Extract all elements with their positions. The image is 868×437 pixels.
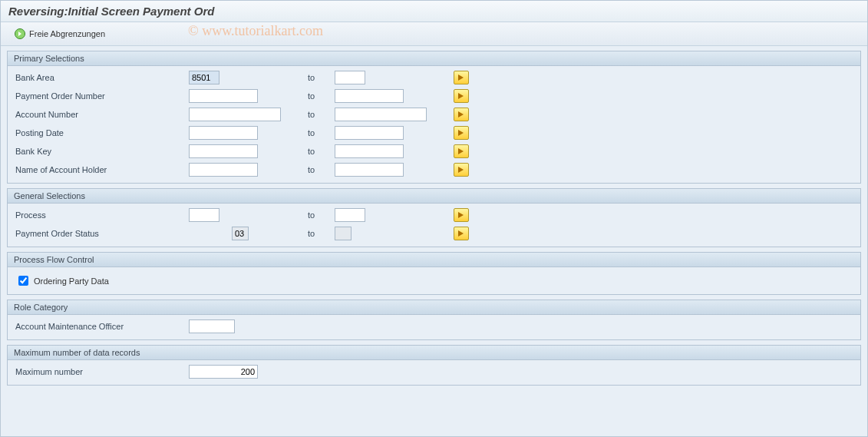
po-status-to-input [335, 227, 351, 240]
posting-date-to-input[interactable] [335, 126, 404, 140]
po-number-from-input[interactable] [189, 89, 258, 103]
po-status-from-input [232, 227, 249, 240]
toolbar: Freie Abgrenzungen [1, 22, 867, 46]
to-label: to [308, 229, 335, 238]
row-bank-key: Bank Key to [12, 143, 856, 160]
to-label: to [308, 73, 335, 82]
to-label: to [308, 110, 335, 119]
row-account-number: Account Number to [12, 106, 856, 123]
row-ordering-party: Ordering Party Data [12, 270, 856, 291]
po-number-range-button[interactable] [454, 89, 469, 103]
account-no-range-button[interactable] [454, 108, 469, 121]
group-role-category: Role Category Account Maintenance Office… [7, 300, 861, 340]
label: Bank Key [12, 147, 189, 156]
bank-key-range-button[interactable] [454, 144, 469, 158]
process-to-input[interactable] [335, 208, 365, 222]
group-title: General Selections [8, 189, 860, 204]
group-title: Maximum number of data records [8, 346, 860, 360]
row-account-holder: Name of Account Holder to [12, 161, 856, 178]
page-title: Reversing:Initial Screen Payment Ord [8, 5, 214, 18]
to-label: to [308, 147, 335, 156]
group-title: Primary Selections [8, 51, 860, 66]
label: Name of Account Holder [12, 165, 189, 174]
to-label: to [308, 91, 335, 101]
holder-range-button[interactable] [454, 163, 469, 177]
to-label: to [308, 165, 335, 174]
group-primary-selections: Primary Selections Bank Area to Payment … [7, 51, 861, 184]
execute-icon [14, 28, 26, 40]
group-process-flow: Process Flow Control Ordering Party Data [7, 252, 861, 295]
label: Payment Order Status [12, 229, 189, 238]
label: Payment Order Number [12, 91, 189, 101]
holder-from-input[interactable] [189, 163, 258, 177]
label: Bank Area [12, 73, 189, 82]
group-title: Process Flow Control [8, 253, 860, 267]
po-number-to-input[interactable] [335, 89, 404, 103]
to-label: to [308, 210, 335, 220]
row-po-status: Payment Order Status to [12, 225, 856, 242]
content-area: Primary Selections Bank Area to Payment … [1, 46, 867, 395]
page-header: Reversing:Initial Screen Payment Ord [1, 1, 867, 22]
process-from-input[interactable] [189, 208, 219, 222]
group-max-records: Maximum number of data records Maximum n… [7, 345, 861, 386]
bank-key-from-input[interactable] [189, 144, 258, 158]
posting-date-range-button[interactable] [454, 126, 469, 140]
group-title: Role Category [8, 300, 860, 315]
holder-to-input[interactable] [335, 163, 404, 177]
max-number-input[interactable] [189, 365, 258, 379]
row-bank-area: Bank Area to [12, 69, 856, 86]
label: Posting Date [12, 128, 189, 137]
row-payment-order-number: Payment Order Number to [12, 88, 856, 104]
account-no-to-input[interactable] [335, 108, 427, 121]
bank-key-to-input[interactable] [335, 144, 404, 158]
freie-abgrenzungen-label: Freie Abgrenzungen [29, 29, 105, 38]
process-range-button[interactable] [454, 208, 469, 222]
ordering-party-label: Ordering Party Data [34, 276, 109, 286]
row-posting-date: Posting Date to [12, 124, 856, 141]
row-process: Process to [12, 207, 856, 223]
to-label: to [308, 128, 335, 137]
po-status-range-button[interactable] [454, 227, 469, 240]
account-no-from-input[interactable] [189, 108, 281, 121]
bank-area-range-button[interactable] [454, 71, 469, 84]
group-general-selections: General Selections Process to Payment Or… [7, 188, 861, 247]
officer-input[interactable] [189, 319, 235, 333]
freie-abgrenzungen-button[interactable]: Freie Abgrenzungen [8, 25, 111, 42]
row-officer: Account Maintenance Officer [12, 318, 856, 335]
row-max-number: Maximum number [12, 363, 856, 380]
bank-area-from-input[interactable] [189, 71, 219, 84]
posting-date-from-input[interactable] [189, 126, 258, 140]
label: Account Maintenance Officer [12, 322, 189, 331]
label: Process [12, 210, 189, 220]
bank-area-to-input[interactable] [335, 71, 365, 84]
label: Account Number [12, 110, 189, 119]
label: Maximum number [12, 367, 189, 376]
ordering-party-checkbox[interactable] [18, 276, 28, 286]
